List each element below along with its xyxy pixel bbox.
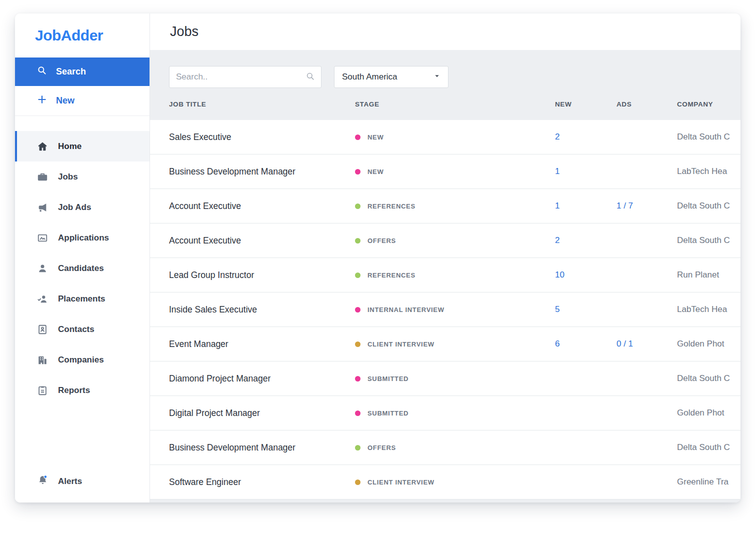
sidebar-item-home[interactable]: Home [15,131,150,162]
contact-card-icon [37,324,48,335]
sidebar-item-reports[interactable]: Reports [15,375,150,406]
table-row[interactable]: Sales Executive NEW 2 Delta South C [150,120,740,154]
sidebar-item-label: Jobs [58,172,78,182]
ads-cell: 0 / 1 [616,339,677,349]
new-count-link[interactable]: 1 [555,201,560,210]
job-title: Business Development Manager [169,166,355,177]
company-name: Delta South C [677,201,740,211]
sidebar-item-label: Home [58,142,82,152]
stage-dot [355,445,360,450]
new-cell: 1 [555,166,616,176]
new-cell: 10 [555,270,616,280]
page-title: Jobs [170,24,198,40]
stage-label: INTERNAL INTERVIEW [368,306,444,314]
job-title: Event Manager [169,339,355,350]
sidebar-item-placements[interactable]: Placements [15,284,150,314]
jobs-search-box [169,66,322,88]
job-title: Inside Sales Executive [169,304,355,315]
stage-cell: OFFERS [355,237,555,244]
sidebar-item-label: Contacts [58,324,94,334]
search-icon [37,66,47,78]
sidebar-alerts-button[interactable]: Alerts [15,474,150,502]
sidebar-item-applications[interactable]: Applications [15,222,150,253]
table-row[interactable]: Business Development Manager NEW 1 LabTe… [150,154,740,189]
company-name: Run Planet [677,270,740,280]
jobs-search-input[interactable] [176,72,306,82]
sidebar-item-companies[interactable]: Companies [15,344,150,375]
table-row[interactable]: Software Engineer CLIENT INTERVIEW Green… [150,465,740,500]
stage-dot [355,169,360,174]
ads-count-link[interactable]: 1 / 7 [616,201,633,210]
job-title: Sales Executive [169,132,355,142]
table-row[interactable]: Digital Project Manager SUBMITTED Golden… [150,396,740,430]
home-icon [37,141,48,152]
stage-cell: REFERENCES [355,272,555,279]
sidebar-new-button[interactable]: New [15,86,150,116]
stage-dot [355,238,360,244]
stage-dot [355,134,360,140]
company-name: LabTech Hea [677,166,740,176]
table-row[interactable]: Inside Sales Executive INTERNAL INTERVIE… [150,292,740,327]
ads-cell: 1 / 7 [616,201,677,211]
company-name: Delta South C [677,236,740,246]
table-row[interactable]: Event Manager CLIENT INTERVIEW 6 0 / 1 G… [150,327,740,362]
sidebar-item-contacts[interactable]: Contacts [15,314,150,344]
new-count-link[interactable]: 1 [555,166,560,176]
report-icon [37,385,48,396]
new-cell: 6 [555,339,616,349]
company-name: Golden Phot [677,408,740,418]
new-count-link[interactable]: 2 [555,236,560,245]
sidebar: JobAdder Search New Home [15,14,150,502]
chevron-down-icon [433,72,441,82]
new-count-link[interactable]: 10 [555,270,564,280]
stage-label: REFERENCES [368,202,416,210]
new-count-link[interactable]: 2 [555,132,560,142]
stage-cell: NEW [355,168,555,176]
company-name: Delta South C [677,442,740,452]
new-cell: 5 [555,304,616,314]
col-new: NEW [555,100,616,108]
sidebar-new-label: New [56,96,74,106]
stage-dot [355,480,360,485]
stage-cell: NEW [355,134,555,141]
new-count-link[interactable]: 6 [555,339,560,348]
building-icon [37,354,48,366]
stage-label: REFERENCES [368,272,416,279]
app-logo: JobAdder [15,14,150,58]
table-row[interactable]: Diamond Project Manager SUBMITTED Delta … [150,362,740,396]
sidebar-item-label: Job Ads [58,202,91,212]
ads-count-link[interactable]: 0 / 1 [616,339,633,348]
table-row[interactable]: Account Executive OFFERS 2 Delta South C [150,224,740,258]
briefcase-icon [37,172,48,182]
sidebar-item-label: Reports [58,386,90,396]
sidebar-search-label: Search [56,66,86,77]
stage-cell: SUBMITTED [355,375,555,382]
region-dropdown[interactable]: South America [334,66,448,88]
stage-dot [355,410,360,416]
sidebar-item-label: Applications [58,233,109,243]
stage-label: CLIENT INTERVIEW [368,478,434,486]
plus-icon [37,94,47,107]
table-row[interactable]: Lead Group Instructor REFERENCES 10 Run … [150,258,740,292]
bell-icon [37,474,48,488]
job-title: Account Executive [169,236,355,246]
stage-label: CLIENT INTERVIEW [368,340,434,348]
stage-label: NEW [368,134,384,141]
megaphone-icon [37,202,48,213]
stage-dot [355,307,360,312]
table-row[interactable]: Account Executive REFERENCES 1 1 / 7 Del… [150,189,740,224]
new-cell: 2 [555,132,616,142]
company-name: LabTech Hea [677,304,740,314]
sidebar-item-job-ads[interactable]: Job Ads [15,192,150,222]
sidebar-search-button[interactable]: Search [15,58,150,86]
col-job-title: JOB TITLE [169,100,355,108]
sidebar-item-candidates[interactable]: Candidates [15,253,150,284]
col-company: COMPANY [677,100,740,108]
new-count-link[interactable]: 5 [555,304,560,314]
company-name: Golden Phot [677,339,740,349]
sidebar-item-jobs[interactable]: Jobs [15,162,150,192]
jobs-table-body: Sales Executive NEW 2 Delta South C Busi… [150,120,740,500]
job-title: Software Engineer [169,477,355,488]
table-header: JOB TITLE STAGE NEW ADS COMPANY [150,88,740,120]
table-row[interactable]: Business Development Manager OFFERS Delt… [150,430,740,465]
